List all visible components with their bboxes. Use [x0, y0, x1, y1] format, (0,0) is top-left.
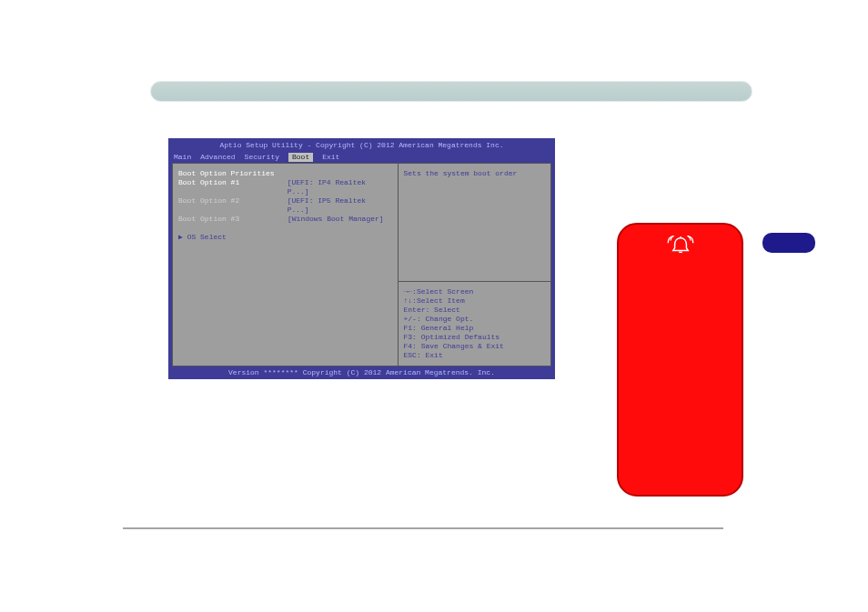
bios-title: Aptio Setup Utility - Copyright (C) 2012…: [168, 138, 555, 152]
alarm-bell-icon: [667, 236, 694, 256]
bios-help-text: Sets the system boot order: [399, 164, 551, 281]
boot-option-label: Boot Option #3: [178, 215, 288, 224]
boot-option-value[interactable]: [UEFI: IP4 Realtek P...]: [288, 178, 392, 196]
footer-rule: [123, 527, 723, 529]
bios-menu-boot[interactable]: Boot: [288, 153, 313, 162]
bios-screenshot: Aptio Setup Utility - Copyright (C) 2012…: [168, 138, 555, 379]
bios-key-line: ESC: Exit: [404, 351, 546, 360]
boot-option-label: Boot Option #2: [178, 196, 288, 215]
bios-key-line: F4: Save Changes & Exit: [404, 342, 546, 351]
bios-menu-main[interactable]: Main: [174, 153, 191, 162]
os-select-label: OS Select: [187, 233, 227, 241]
boot-option-label: Boot Option #1: [178, 178, 288, 196]
bios-key-line: F1: General Help: [404, 324, 546, 333]
submenu-arrow-icon: ▶: [178, 233, 183, 241]
bios-key-line: F3: Optimized Defaults: [404, 333, 546, 342]
boot-option-row[interactable]: Boot Option #2 [UEFI: IP5 Realtek P...]: [178, 196, 392, 215]
warning-box: [617, 223, 743, 497]
bios-key-line: Enter: Select: [404, 306, 546, 315]
bios-key-line: →←:Select Screen: [404, 287, 546, 296]
boot-option-row[interactable]: Boot Option #3 [Windows Boot Manager]: [178, 215, 392, 224]
bios-key-help: →←:Select Screen ↑↓:Select Item Enter: S…: [399, 281, 551, 366]
bios-menu-advanced[interactable]: Advanced: [200, 153, 235, 162]
boot-priorities-heading: Boot Option Priorities: [178, 169, 288, 178]
bios-menu[interactable]: Main Advanced Security Boot Exit: [168, 152, 555, 163]
boot-option-value[interactable]: [Windows Boot Manager]: [288, 215, 384, 224]
boot-option-row[interactable]: Boot Option #1 [UEFI: IP4 Realtek P...]: [178, 178, 392, 196]
bios-left-pane: Boot Option Priorities Boot Option #1 [U…: [173, 164, 399, 366]
boot-option-value[interactable]: [UEFI: IP5 Realtek P...]: [288, 196, 392, 215]
bios-menu-security[interactable]: Security: [245, 153, 279, 162]
os-select-item[interactable]: ▶ OS Select: [178, 233, 392, 242]
bios-menu-exit[interactable]: Exit: [322, 153, 339, 162]
bios-key-line: +/-: Change Opt.: [404, 315, 546, 324]
bios-key-line: ↑↓:Select Item: [404, 296, 546, 306]
section-header-pill: [150, 81, 752, 102]
page-number-pill: [762, 233, 815, 253]
bios-footer: Version ******** Copyright (C) 2012 Amer…: [168, 366, 555, 379]
